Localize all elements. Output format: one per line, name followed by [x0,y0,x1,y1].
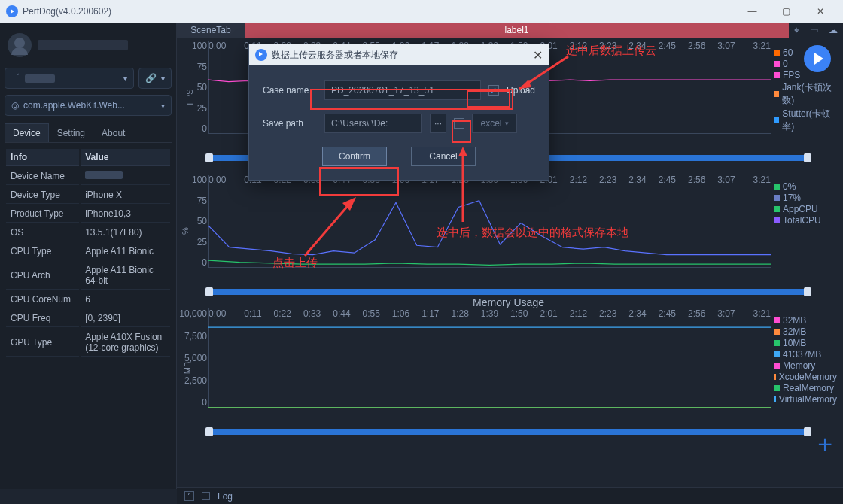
info-value [81,168,170,185]
info-key: GPU Type [6,329,79,357]
time-slider[interactable] [208,289,808,295]
upload-checkbox-label: Upload [507,85,535,96]
upload-modal: 数据上传云服务器或者本地保存 ✕ Case name PD_20200701_1… [248,44,549,181]
footer-bar: ˄ Log [177,487,843,504]
window-title: PerfDog(v4.0.200602) [23,6,111,17]
maximize-button[interactable]: ▢ [769,0,803,23]
col-value: Value [81,149,170,166]
tab-device[interactable]: Device [5,123,49,142]
chart-MB: 32MB32MB10MB41337MBMemoryXcodeMemoryReal… [180,308,837,427]
app-select[interactable]: ◎ com.apple.WebKit.Web... ▾ [5,95,172,116]
log-checkbox[interactable] [202,492,210,500]
link-icon: 🔗 [145,73,157,83]
sidebar-tabs: Device Setting About [5,123,172,143]
minimize-button[interactable]: — [735,0,769,23]
app-logo-icon [6,5,18,17]
scene-tab[interactable]: SceneTab [177,23,245,38]
legend: 600FPSJank(卡顿次数)Stutter(卡顿率) [774,47,837,134]
info-value: 13.5.1(17F80) [81,224,170,241]
info-key: Product Type [6,205,79,223]
save-path-input[interactable]: C:\Users\ \De: [324,114,422,133]
info-value: iPhone X [81,187,170,204]
modal-title: 数据上传云服务器或者本地保存 [272,49,398,62]
chart-title: Memory Usage [180,296,837,308]
scene-label[interactable]: label1 [245,23,789,38]
modal-logo-icon [255,49,267,61]
table-row: Device Name [6,168,170,185]
app-select-value: com.apple.WebKit.Web... [23,100,125,111]
col-info: Info [6,149,79,166]
user-avatar[interactable] [8,33,32,57]
tab-setting[interactable]: Setting [49,123,93,142]
save-local-checkbox[interactable] [454,118,464,129]
format-select[interactable]: excel▾ [472,114,517,133]
chart-%: 0%17%AppCPUTotalCPU%10075502500:000:110:… [180,175,837,287]
link-icon-button[interactable]: 🔗▾ [138,68,172,89]
table-row: Product TypeiPhone10,3 [6,205,170,223]
info-key: Device Name [6,168,79,185]
info-value: Apple A11 Bionic [81,243,170,260]
info-value: iPhone10,3 [81,205,170,223]
platform-select[interactable]: ▾ [5,68,134,89]
time-slider[interactable] [208,429,808,435]
info-key: CPU Freq [6,310,79,327]
location-icon[interactable]: ⌖ [794,25,799,35]
cloud-icon[interactable]: ☁ [829,25,838,35]
info-key: CPU Type [6,243,79,260]
window-titlebar: PerfDog(v4.0.200602) — ▢ ✕ [0,0,843,23]
user-name-blurred [38,40,128,50]
info-value: Apple A11 Bionic 64-bit [81,262,170,290]
info-key: CPU CoreNum [6,291,79,308]
confirm-button[interactable]: Confirm [322,147,387,166]
table-row: CPU CoreNum6 [6,291,170,308]
case-name-input[interactable]: PD_20200701_17_13_51 [324,80,481,100]
table-row: GPU TypeApple A10X Fusion (12-core graph… [6,329,170,357]
modal-close-button[interactable]: ✕ [533,48,543,62]
table-row: CPU TypeApple A11 Bionic [6,243,170,260]
info-value: [0, 2390] [81,310,170,327]
cancel-button[interactable]: Cancel [411,147,476,166]
save-path-label: Save path [263,118,317,129]
legend: 32MB32MB10MB41337MBMemoryXcodeMemoryReal… [774,314,837,405]
legend: 0%17%AppCPUTotalCPU [774,181,837,226]
sidebar: ▾ 🔗▾ ◎ com.apple.WebKit.Web... ▾ Device … [0,23,177,489]
table-row: Device TypeiPhone X [6,187,170,204]
info-value: 6 [81,291,170,308]
folder-icon[interactable]: ▭ [810,25,818,35]
target-icon: ◎ [11,100,19,111]
table-row: OS13.5.1(17F80) [6,224,170,241]
add-chart-icon[interactable]: + [817,430,832,459]
device-info-table: InfoValue Device NameDevice TypeiPhone X… [5,147,172,358]
chevron-up-icon[interactable]: ˄ [184,491,194,501]
upload-checkbox[interactable] [488,85,499,96]
apple-icon [11,73,20,83]
info-key: OS [6,224,79,241]
info-value: Apple A10X Fusion (12-core graphics) [81,329,170,357]
log-label: Log [218,491,233,502]
table-row: CPU Freq[0, 2390] [6,310,170,327]
browse-button[interactable]: ··· [430,114,446,133]
close-button[interactable]: ✕ [803,0,837,23]
info-key: Device Type [6,187,79,204]
case-name-label: Case name [263,85,317,96]
table-row: CPU ArchApple A11 Bionic 64-bit [6,262,170,290]
info-key: CPU Arch [6,262,79,290]
tab-about[interactable]: About [93,123,133,142]
